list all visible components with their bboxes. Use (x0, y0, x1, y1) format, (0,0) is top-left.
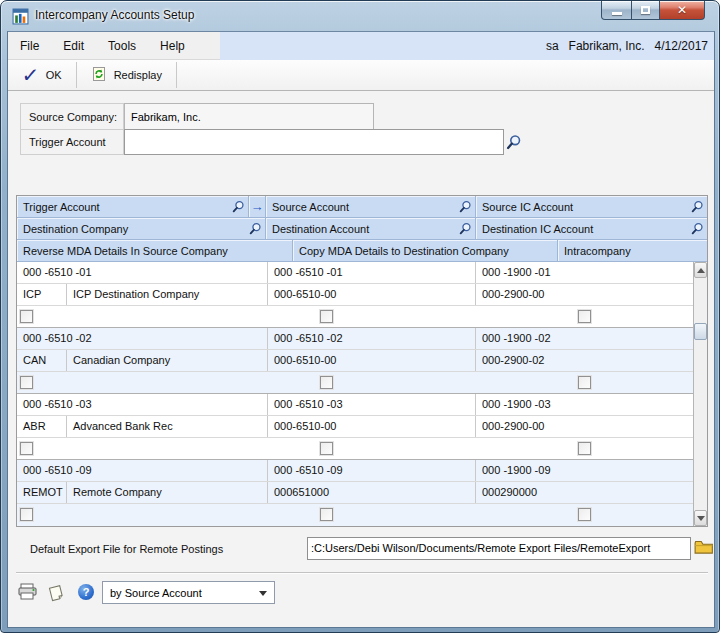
window-icon (12, 8, 29, 25)
options-line (17, 372, 693, 394)
reverse-mda-checkbox[interactable] (20, 442, 33, 455)
intracompany-checkbox[interactable] (578, 508, 591, 521)
title-bar[interactable]: Intercompany Accounts Setup ✕ (1, 1, 719, 31)
destination-account-cell[interactable]: 000-6510-00 (268, 350, 476, 371)
redisplay-button[interactable]: Redisplay (77, 60, 176, 90)
destination-account-cell[interactable]: 000-6510-00 (268, 284, 476, 305)
menu-help[interactable]: Help (148, 32, 197, 60)
reverse-mda-checkbox[interactable] (20, 310, 33, 323)
destination-line: CAN Canadian Company 000-6510-00 000-290… (17, 350, 693, 372)
note-button[interactable] (44, 581, 68, 603)
up-arrow-icon (697, 268, 705, 273)
col-header-intracompany: Intracompany (558, 240, 707, 262)
menu-bar: File Edit Tools Help sa Fabrikam, Inc. 4… (8, 32, 715, 60)
destination-company-id-cell[interactable]: REMOT (17, 482, 67, 503)
col-header-source-ic-account[interactable]: Source IC Account (476, 196, 707, 218)
scrollbar-thumb[interactable] (694, 323, 707, 340)
window-client-area: File Edit Tools Help sa Fabrikam, Inc. 4… (7, 31, 715, 628)
magnifier-icon[interactable] (249, 222, 262, 235)
magnifier-icon[interactable] (232, 200, 245, 213)
trigger-account-cell[interactable]: 000 -6510 -09 (17, 460, 268, 481)
toolbar-separator (176, 62, 177, 88)
trigger-account-cell[interactable]: 000 -6510 -01 (17, 262, 268, 283)
col-header-label: Destination Account (272, 223, 369, 235)
expansion-arrow-button[interactable]: → (249, 196, 266, 218)
col-header-trigger-account[interactable]: Trigger Account (17, 196, 249, 218)
help-button[interactable]: ? (74, 581, 98, 603)
destination-account-cell[interactable]: 000651000 (268, 482, 476, 503)
menu-file[interactable]: File (8, 32, 51, 60)
col-header-source-account[interactable]: Source Account (266, 196, 476, 218)
scroll-down-button[interactable] (694, 510, 707, 526)
source-account-cell[interactable]: 000 -6510 -01 (268, 262, 476, 283)
destination-company-id-cell[interactable]: ICP (17, 284, 67, 305)
trigger-account-label: Trigger Account (20, 129, 124, 155)
destination-company-id-cell[interactable]: CAN (17, 350, 67, 371)
source-account-cell[interactable]: 000 -6510 -03 (268, 394, 476, 415)
maximize-button[interactable] (631, 1, 660, 20)
help-icon: ? (78, 584, 94, 600)
intracompany-checkbox[interactable] (578, 310, 591, 323)
destination-company-name-cell[interactable]: Canadian Company (67, 350, 268, 371)
col-header-destination-account[interactable]: Destination Account (266, 218, 476, 240)
reverse-mda-checkbox[interactable] (20, 508, 33, 521)
copy-mda-checkbox[interactable] (320, 442, 333, 455)
col-header-label: Source Account (272, 201, 349, 213)
col-header-label: Destination Company (23, 223, 128, 235)
intercompany-accounts-grid: Trigger Account → Source Account Source … (16, 195, 708, 527)
session-info: sa Fabrikam, Inc. 4/12/2017 (220, 32, 715, 60)
scroll-up-button[interactable] (694, 262, 707, 278)
destination-ic-account-cell[interactable]: 000-2900-00 (476, 284, 693, 305)
col-header-destination-company[interactable]: Destination Company (17, 218, 266, 240)
redisplay-button-label: Redisplay (114, 69, 162, 81)
folder-icon (694, 539, 714, 555)
destination-company-name-cell[interactable]: ICP Destination Company (67, 284, 268, 305)
export-file-field[interactable]: :C:Users/Debi Wilson/Documents/Remote Ex… (307, 537, 691, 560)
magnifier-icon[interactable] (459, 222, 472, 235)
magnifier-icon[interactable] (691, 200, 704, 213)
trigger-account-input[interactable] (124, 129, 504, 155)
destination-company-name-cell[interactable]: Advanced Bank Rec (67, 416, 268, 437)
source-account-cell[interactable]: 000 -6510 -02 (268, 328, 476, 349)
close-button[interactable]: ✕ (659, 1, 705, 20)
menu-edit[interactable]: Edit (51, 32, 96, 60)
copy-mda-checkbox[interactable] (320, 376, 333, 389)
copy-mda-checkbox[interactable] (320, 508, 333, 521)
down-arrow-icon (697, 516, 705, 521)
destination-company-name-cell[interactable]: Remote Company (67, 482, 268, 503)
window-title: Intercompany Accounts Setup (35, 1, 194, 30)
magnifier-icon[interactable] (459, 200, 472, 213)
destination-ic-account-cell[interactable]: 000-2900-02 (476, 350, 693, 371)
session-date: 4/12/2017 (655, 39, 708, 53)
col-header-destination-ic-account[interactable]: Destination IC Account (476, 218, 707, 240)
magnifier-icon[interactable] (691, 222, 704, 235)
sort-by-dropdown[interactable]: by Source Account (102, 581, 275, 604)
trigger-account-cell[interactable]: 000 -6510 -03 (17, 394, 268, 415)
vertical-scrollbar[interactable] (693, 262, 707, 526)
destination-ic-account-cell[interactable]: 000290000 (476, 482, 693, 503)
source-ic-account-cell[interactable]: 000 -1900 -02 (476, 328, 693, 349)
export-file-browse-button[interactable] (693, 538, 714, 559)
intracompany-checkbox[interactable] (578, 442, 591, 455)
reverse-mda-checkbox[interactable] (20, 376, 33, 389)
print-button[interactable] (16, 581, 40, 603)
options-line (17, 306, 693, 328)
intracompany-checkbox[interactable] (578, 376, 591, 389)
menu-tools[interactable]: Tools (96, 32, 148, 60)
ok-check-icon: ✓ (21, 65, 40, 85)
source-account-cell[interactable]: 000 -6510 -09 (268, 460, 476, 481)
copy-mda-checkbox[interactable] (320, 310, 333, 323)
ok-button-label: OK (46, 69, 62, 81)
header-fields: Source Company: Fabrikam, Inc. Trigger A… (20, 103, 524, 155)
destination-ic-account-cell[interactable]: 000-2900-00 (476, 416, 693, 437)
destination-company-id-cell[interactable]: ABR (17, 416, 67, 437)
minimize-button[interactable] (601, 1, 632, 20)
ok-button[interactable]: ✓ OK (8, 60, 76, 90)
source-ic-account-cell[interactable]: 000 -1900 -09 (476, 460, 693, 481)
destination-account-cell[interactable]: 000-6510-00 (268, 416, 476, 437)
source-ic-account-cell[interactable]: 000 -1900 -03 (476, 394, 693, 415)
trigger-account-cell[interactable]: 000 -6510 -02 (17, 328, 268, 349)
toolbar: ✓ OK Redisplay (8, 60, 715, 91)
source-ic-account-cell[interactable]: 000 -1900 -01 (476, 262, 693, 283)
trigger-account-lookup-button[interactable] (504, 129, 524, 155)
